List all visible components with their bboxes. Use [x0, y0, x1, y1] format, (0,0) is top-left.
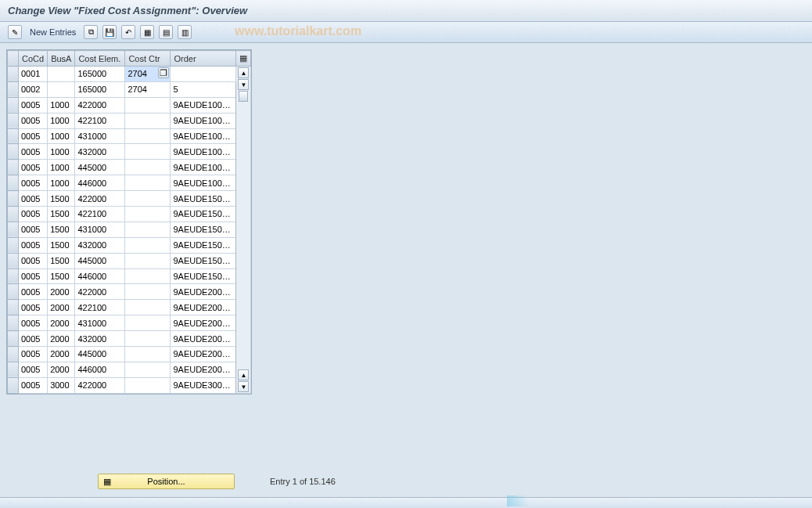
cell-cocd[interactable]: 0005 [19, 268, 48, 284]
cell-cocd[interactable]: 0005 [19, 175, 48, 191]
cell-cocd[interactable]: 0005 [19, 347, 48, 362]
cell-order[interactable]: 9AEUDE200… [171, 347, 236, 362]
cell-cocd[interactable]: 0005 [19, 377, 48, 393]
row-selector[interactable] [8, 331, 19, 347]
col-header-cost-ctr[interactable]: Cost Ctr [125, 51, 171, 67]
row-selector[interactable] [8, 144, 19, 160]
cell-busa[interactable]: 1000 [48, 97, 75, 113]
row-selector[interactable] [8, 175, 19, 191]
row-selector[interactable] [8, 347, 19, 362]
cell-ctr[interactable] [125, 144, 171, 160]
col-header-cost-elem[interactable]: Cost Elem. [75, 51, 125, 67]
cell-ctr[interactable] [125, 97, 171, 113]
cell-elem[interactable]: 431000 [75, 128, 125, 144]
cell-cocd[interactable]: 0002 [19, 81, 48, 97]
cell-ctr[interactable]: 2704 [125, 81, 171, 97]
cell-busa[interactable]: 2000 [48, 284, 75, 300]
cell-order[interactable]: 9AEUDE150… [171, 191, 236, 207]
row-selector-header[interactable] [8, 51, 19, 67]
cell-busa[interactable] [48, 81, 75, 97]
cell-elem[interactable]: 432000 [75, 331, 125, 347]
cell-elem[interactable]: 445000 [75, 253, 125, 268]
cell-elem[interactable]: 432000 [75, 144, 125, 160]
cell-elem[interactable]: 445000 [75, 347, 125, 362]
cell-order[interactable] [171, 67, 236, 82]
position-button[interactable]: ▦ Position... [98, 474, 235, 489]
row-selector[interactable] [8, 268, 19, 284]
cell-order[interactable]: 9AEUDE100… [171, 175, 236, 191]
cell-order[interactable]: 9AEUDE150… [171, 237, 236, 253]
cell-order[interactable]: 9AEUDE150… [171, 207, 236, 222]
row-selector[interactable] [8, 97, 19, 113]
cell-busa[interactable]: 1500 [48, 207, 75, 222]
cell-cocd[interactable]: 0005 [19, 113, 48, 128]
cell-busa[interactable]: 1500 [48, 253, 75, 268]
cell-busa[interactable]: 1000 [48, 160, 75, 175]
cell-busa[interactable]: 1500 [48, 268, 75, 284]
scroll-up-icon[interactable]: ▲ [238, 67, 249, 78]
cell-cocd[interactable]: 0005 [19, 315, 48, 331]
cell-ctr[interactable] [125, 160, 171, 175]
undo-icon[interactable]: ↶ [121, 25, 135, 39]
cell-elem[interactable]: 422100 [75, 113, 125, 128]
cell-cocd[interactable]: 0005 [19, 362, 48, 377]
cell-busa[interactable]: 2000 [48, 362, 75, 377]
cell-ctr[interactable] [125, 362, 171, 377]
cell-cocd[interactable]: 0005 [19, 191, 48, 207]
delete-icon[interactable]: ▥ [178, 25, 192, 39]
cell-order[interactable]: 9AEUDE200… [171, 362, 236, 377]
cell-ctr[interactable] [125, 347, 171, 362]
cell-order[interactable]: 9AEUDE150… [171, 253, 236, 268]
vertical-scrollbar[interactable]: ▲▼▲▼ [236, 67, 251, 394]
cell-cocd[interactable]: 0005 [19, 284, 48, 300]
col-header-busa[interactable]: BusA [48, 51, 75, 67]
cell-cocd[interactable]: 0005 [19, 300, 48, 315]
row-selector[interactable] [8, 315, 19, 331]
row-selector[interactable] [8, 191, 19, 207]
cell-ctr[interactable] [125, 377, 171, 393]
cell-elem[interactable]: 165000 [75, 67, 125, 82]
cell-ctr[interactable] [125, 253, 171, 268]
cell-busa[interactable]: 1000 [48, 144, 75, 160]
cell-ctr[interactable] [125, 191, 171, 207]
f4-help-icon[interactable]: ❐ [158, 67, 169, 78]
save-icon[interactable]: 💾 [102, 25, 117, 39]
cell-busa[interactable] [48, 67, 75, 82]
cell-elem[interactable]: 422000 [75, 97, 125, 113]
table-config-icon[interactable]: ▦ [236, 51, 251, 67]
cell-cocd[interactable]: 0005 [19, 222, 48, 237]
cell-order[interactable]: 9AEUDE200… [171, 300, 236, 315]
deselect-icon[interactable]: ▤ [159, 25, 173, 39]
row-selector[interactable] [8, 128, 19, 144]
row-selector[interactable] [8, 222, 19, 237]
row-selector[interactable] [8, 284, 19, 300]
cell-elem[interactable]: 422100 [75, 207, 125, 222]
row-selector[interactable] [8, 160, 19, 175]
row-selector[interactable] [8, 237, 19, 253]
cell-busa[interactable]: 1000 [48, 175, 75, 191]
cell-ctr[interactable] [125, 207, 171, 222]
cell-elem[interactable]: 446000 [75, 268, 125, 284]
cell-busa[interactable]: 1500 [48, 237, 75, 253]
cell-busa[interactable]: 2000 [48, 315, 75, 331]
row-selector[interactable] [8, 377, 19, 393]
cell-cocd[interactable]: 0005 [19, 207, 48, 222]
cell-elem[interactable]: 165000 [75, 81, 125, 97]
cell-ctr[interactable] [125, 237, 171, 253]
cell-cocd[interactable]: 0005 [19, 97, 48, 113]
cell-order[interactable]: 9AEUDE200… [171, 315, 236, 331]
cell-elem[interactable]: 432000 [75, 237, 125, 253]
cell-order[interactable]: 9AEUDE100… [171, 160, 236, 175]
row-selector[interactable] [8, 207, 19, 222]
cell-ctr[interactable] [125, 331, 171, 347]
copy-icon[interactable]: ⧉ [84, 25, 98, 39]
row-selector[interactable] [8, 81, 19, 97]
row-selector[interactable] [8, 300, 19, 315]
cell-elem[interactable]: 422000 [75, 191, 125, 207]
cell-order[interactable]: 9AEUDE100… [171, 97, 236, 113]
select-all-icon[interactable]: ▦ [140, 25, 154, 39]
cell-order[interactable]: 9AEUDE100… [171, 144, 236, 160]
cell-ctr[interactable] [125, 284, 171, 300]
cell-busa[interactable]: 1500 [48, 191, 75, 207]
new-entries-button[interactable]: New Entries [27, 27, 79, 37]
